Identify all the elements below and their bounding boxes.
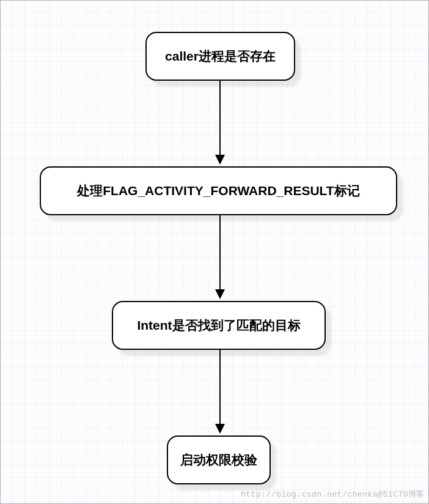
node-label: caller进程是否存在 bbox=[165, 48, 276, 65]
node-label: 处理FLAG_ACTIVITY_FORWARD_RESULT标记 bbox=[77, 182, 359, 199]
flowchart-canvas: caller进程是否存在 处理FLAG_ACTIVITY_FORWARD_RES… bbox=[1, 1, 428, 503]
arrow-head-icon bbox=[215, 424, 225, 434]
flow-node-intent-match: Intent是否找到了匹配的目标 bbox=[112, 301, 326, 350]
flow-arrow bbox=[219, 215, 221, 291]
arrow-head-icon bbox=[215, 289, 225, 299]
node-label: Intent是否找到了匹配的目标 bbox=[137, 317, 300, 334]
flow-node-forward-result-flag: 处理FLAG_ACTIVITY_FORWARD_RESULT标记 bbox=[40, 166, 397, 215]
flow-node-caller-exists: caller进程是否存在 bbox=[145, 32, 295, 81]
watermark-text: http://blog.csdn.net/chenka@51CTO博客 bbox=[241, 489, 425, 500]
flow-arrow bbox=[219, 81, 221, 156]
node-label: 启动权限校验 bbox=[180, 451, 257, 469]
flow-node-permission-check: 启动权限校验 bbox=[167, 435, 271, 484]
flow-arrow bbox=[219, 350, 221, 425]
arrow-head-icon bbox=[215, 155, 225, 165]
